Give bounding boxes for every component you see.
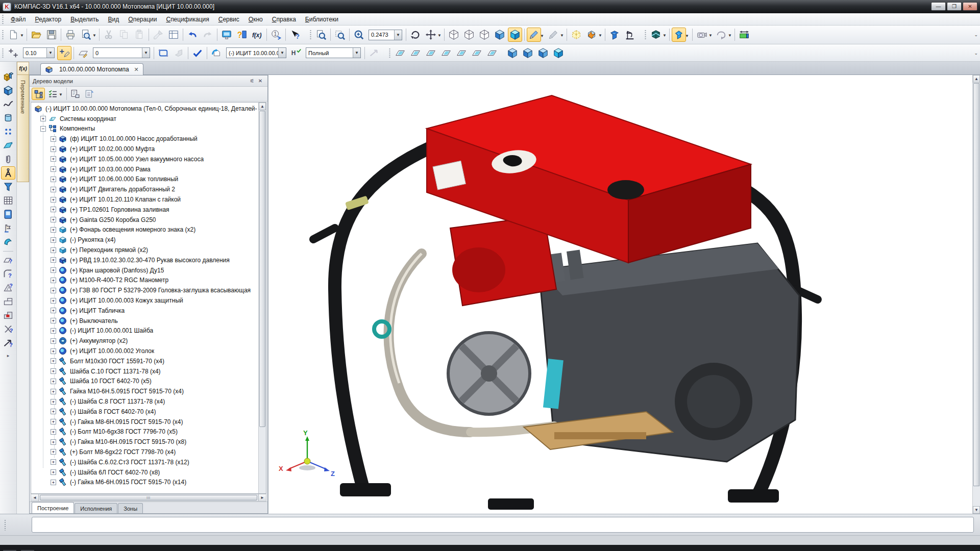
cut-button[interactable] (102, 28, 116, 42)
zoom-by-frame-button[interactable] (333, 28, 347, 42)
cube-isometry-yzx-button[interactable] (521, 46, 535, 60)
expand-icon[interactable]: + (51, 166, 56, 172)
clip-display-button[interactable]: ▼ (672, 28, 686, 42)
scroll-up-icon[interactable]: ▲ (259, 103, 266, 110)
sketch-on-plane-button[interactable] (76, 46, 90, 60)
filter-tool[interactable] (1, 180, 15, 193)
chevron-down-icon[interactable]: ▼ (560, 33, 564, 38)
expand-icon[interactable]: + (51, 459, 56, 465)
display-shaded-button[interactable] (493, 28, 507, 42)
refresh-component-button[interactable] (209, 46, 224, 60)
move-step-combo[interactable]: 0.10▼ (23, 47, 55, 58)
quick-display-mode-button[interactable] (607, 28, 622, 42)
display-wireframe-button[interactable] (447, 28, 461, 42)
ghost-display-button[interactable] (569, 28, 583, 42)
toggle-designation-button[interactable]: Н (289, 46, 303, 60)
component-ghost-button[interactable] (172, 46, 186, 60)
tree-horizontal-scrollbar[interactable]: ◄ lll ► (31, 494, 266, 502)
expand-icon[interactable]: + (51, 348, 56, 354)
preview-window-button[interactable] (219, 28, 234, 42)
menu-item-1[interactable]: Файл (6, 14, 31, 24)
toolbar-overflow-chevron[interactable]: ⌄ (974, 51, 978, 56)
view-top-button[interactable] (424, 46, 438, 60)
expand-icon[interactable]: + (51, 338, 56, 344)
scrollbar-thumb[interactable]: lll (40, 495, 257, 500)
panel-close-icon[interactable]: ✕ (256, 77, 264, 85)
tree-node[interactable]: +(+) Переходник прямой (х2) (31, 245, 258, 255)
tree-node[interactable]: +(+) М100-R-400-Т2 RGC Манометр (31, 276, 258, 286)
expand-icon[interactable]: + (51, 429, 56, 435)
document-tab[interactable]: 10.00.00.000 Мотопомпа ✕ (40, 63, 143, 75)
bent-part-tool[interactable] (1, 235, 15, 248)
menu-item-10[interactable]: Библиотеки (301, 14, 343, 24)
tree-node[interactable]: +Системы координат (31, 114, 258, 124)
startup-tips-button[interactable]: 1 (269, 28, 283, 42)
view-front-button[interactable] (393, 46, 407, 60)
rebuild-report-button[interactable] (83, 88, 96, 100)
chevron-down-icon[interactable]: ▼ (598, 33, 602, 38)
variables-fx-button[interactable]: f(x) (250, 28, 264, 42)
accept-button[interactable] (190, 46, 205, 60)
tree-structure-view-button[interactable] (32, 88, 45, 100)
tree-node[interactable]: +Гайка М10-6Н.5.0915 ГОСТ 5915-70 (х4) (31, 386, 258, 396)
display-quality-combo[interactable]: Полный▼ (306, 47, 361, 58)
mate-constraint-button[interactable] (156, 46, 170, 60)
pan-view-button[interactable]: ▼ (424, 28, 438, 42)
undo-button[interactable] (185, 28, 200, 42)
rebuild-model-button[interactable] (623, 28, 637, 42)
surface-cylinder-tool[interactable] (1, 111, 15, 124)
surface-patch-tool[interactable] (1, 139, 15, 152)
query-plane-tool[interactable]: ? (1, 254, 15, 267)
expand-icon[interactable]: + (51, 217, 56, 222)
expand-icon[interactable]: + (51, 288, 56, 293)
save-document-button[interactable] (44, 28, 59, 42)
scroll-down-icon[interactable]: ▼ (973, 506, 980, 514)
chevron-down-icon[interactable]: ▼ (59, 92, 63, 97)
report-book-tool[interactable] (1, 208, 15, 221)
close-button[interactable]: ✕ (963, 2, 977, 11)
tab-close-icon[interactable]: ✕ (134, 66, 139, 73)
fx-icon[interactable]: f(x) (17, 62, 29, 75)
chevron-down-icon[interactable]: ▼ (708, 33, 713, 38)
query-arrow-tool[interactable]: ? (1, 336, 15, 349)
expand-icon[interactable]: + (51, 439, 56, 445)
tree-node[interactable]: +(+) РВД 19.10.02.30.02.30-470 Рукав выс… (31, 255, 258, 265)
chevron-down-icon[interactable]: ▼ (685, 34, 689, 38)
move-component-button[interactable] (6, 46, 20, 60)
zoom-scale-combo[interactable]: 0.2473▼ (369, 30, 402, 40)
tree-node[interactable]: +(-) ИЦИТ 10.00.00.001 Шайба (31, 326, 258, 336)
sketch-display-button[interactable]: ▼ (546, 28, 560, 42)
section-display-button[interactable]: ▼ (649, 28, 663, 42)
expand-icon[interactable]: + (51, 267, 56, 273)
tree-node[interactable]: −Компоненты (31, 124, 258, 134)
points-tool[interactable] (1, 125, 15, 138)
chevron-down-icon[interactable]: ▼ (394, 30, 402, 40)
display-shaded-edges-button[interactable] (508, 28, 522, 42)
tree-node[interactable]: +(-) Шайба 6Л ГОСТ 6402-70 (х8) (31, 467, 258, 478)
menu-item-7[interactable]: Сервис (214, 14, 244, 24)
redline-loop-button[interactable]: ▼ (714, 28, 728, 42)
copy-button[interactable] (117, 28, 131, 42)
tree-node[interactable]: +(+) ГЗВ 80 ГОСТ Р 53279-2009 Головка-за… (31, 285, 258, 295)
solids-tool[interactable] (1, 70, 15, 83)
menu-item-4[interactable]: Вид (104, 14, 124, 24)
expand-icon[interactable]: + (40, 116, 46, 121)
expand-icon[interactable]: + (51, 399, 56, 405)
view-bottom-button[interactable] (439, 46, 453, 60)
toolbar-grip[interactable] (644, 29, 647, 40)
toolbar-overflow-chevron[interactable]: ⌄ (974, 32, 978, 37)
paste-button[interactable] (132, 28, 146, 42)
query-corner-tool[interactable]: ? (1, 267, 15, 281)
scroll-up-icon[interactable]: ▲ (973, 75, 980, 83)
specification-button[interactable] (166, 28, 181, 42)
copy-properties-button[interactable] (151, 28, 165, 42)
expand-icon[interactable]: + (51, 187, 56, 192)
expand-icon[interactable]: + (51, 207, 56, 212)
display-hidden-thin-button[interactable] (477, 28, 492, 42)
current-component-combo[interactable]: (-) ИЦИТ 10.00.00.0▼ (226, 47, 286, 58)
tree-node[interactable]: +(-) Гайка М10-6Н.0915 ГОСТ 5915-70 (х8) (31, 437, 258, 447)
variables-tab-strip[interactable]: Переменные (17, 75, 29, 182)
tree-node[interactable]: +(ф) ИЦИТ 10.01.00.000 Насос доработанны… (31, 134, 258, 144)
simplified-display-button[interactable]: ▼ (527, 28, 541, 42)
help-library-button[interactable]: ? (235, 28, 249, 42)
